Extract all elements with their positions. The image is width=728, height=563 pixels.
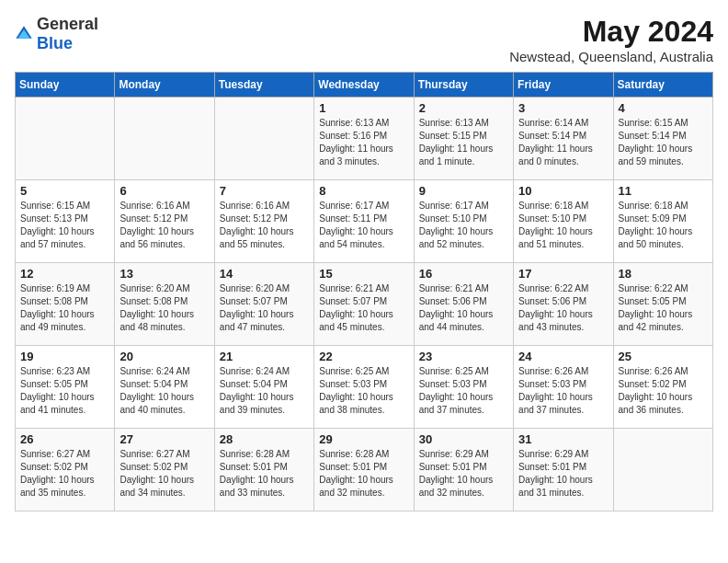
calendar-cell: 19Sunrise: 6:23 AM Sunset: 5:05 PM Dayli… — [16, 346, 115, 429]
day-number: 3 — [518, 101, 608, 115]
calendar-cell: 29Sunrise: 6:28 AM Sunset: 5:01 PM Dayli… — [314, 429, 414, 511]
day-number: 5 — [20, 184, 109, 198]
title-block: May 2024 Newstead, Queensland, Australia — [509, 15, 713, 64]
weekday-header-friday: Friday — [514, 73, 613, 98]
day-info: Sunrise: 6:23 AM Sunset: 5:05 PM Dayligh… — [20, 365, 109, 417]
calendar-cell — [613, 429, 712, 511]
calendar-cell: 23Sunrise: 6:25 AM Sunset: 5:03 PM Dayli… — [414, 346, 513, 429]
calendar-cell: 9Sunrise: 6:17 AM Sunset: 5:10 PM Daylig… — [414, 180, 513, 263]
day-number: 12 — [20, 267, 109, 281]
day-info: Sunrise: 6:25 AM Sunset: 5:03 PM Dayligh… — [419, 365, 508, 417]
day-info: Sunrise: 6:13 AM Sunset: 5:15 PM Dayligh… — [419, 117, 508, 168]
calendar-cell: 2Sunrise: 6:13 AM Sunset: 5:15 PM Daylig… — [414, 98, 513, 180]
day-number: 28 — [220, 432, 309, 446]
calendar-cell — [16, 98, 115, 180]
calendar-table: SundayMondayTuesdayWednesdayThursdayFrid… — [15, 72, 713, 511]
day-info: Sunrise: 6:19 AM Sunset: 5:08 PM Dayligh… — [20, 282, 109, 334]
day-number: 4 — [619, 101, 708, 115]
day-info: Sunrise: 6:26 AM Sunset: 5:02 PM Dayligh… — [619, 365, 708, 417]
logo-blue-text: Blue — [37, 34, 73, 52]
calendar-body: 1Sunrise: 6:13 AM Sunset: 5:16 PM Daylig… — [16, 98, 713, 511]
day-info: Sunrise: 6:29 AM Sunset: 5:01 PM Dayligh… — [518, 448, 608, 500]
calendar-cell — [214, 98, 313, 180]
day-number: 24 — [518, 350, 608, 363]
day-number: 25 — [619, 350, 708, 363]
logo: General Blue — [15, 15, 98, 53]
day-number: 21 — [220, 350, 309, 363]
calendar-cell: 21Sunrise: 6:24 AM Sunset: 5:04 PM Dayli… — [214, 346, 313, 429]
calendar-cell: 5Sunrise: 6:15 AM Sunset: 5:13 PM Daylig… — [16, 180, 115, 263]
day-info: Sunrise: 6:24 AM Sunset: 5:04 PM Dayligh… — [220, 365, 309, 417]
page-header: General Blue May 2024 Newstead, Queensla… — [15, 15, 713, 64]
day-number: 17 — [518, 267, 608, 281]
calendar-cell: 18Sunrise: 6:22 AM Sunset: 5:05 PM Dayli… — [613, 263, 712, 346]
calendar-cell: 24Sunrise: 6:26 AM Sunset: 5:03 PM Dayli… — [514, 346, 613, 429]
day-info: Sunrise: 6:16 AM Sunset: 5:12 PM Dayligh… — [119, 200, 209, 251]
calendar-week-row: 26Sunrise: 6:27 AM Sunset: 5:02 PM Dayli… — [16, 429, 713, 511]
calendar-cell: 3Sunrise: 6:14 AM Sunset: 5:14 PM Daylig… — [514, 98, 613, 180]
calendar-cell: 1Sunrise: 6:13 AM Sunset: 5:16 PM Daylig… — [314, 98, 414, 180]
day-number: 26 — [20, 432, 109, 446]
calendar-cell: 30Sunrise: 6:29 AM Sunset: 5:01 PM Dayli… — [414, 429, 513, 511]
day-info: Sunrise: 6:14 AM Sunset: 5:14 PM Dayligh… — [518, 117, 608, 168]
day-info: Sunrise: 6:16 AM Sunset: 5:12 PM Dayligh… — [220, 200, 309, 251]
day-number: 15 — [319, 267, 408, 281]
day-number: 13 — [119, 267, 209, 281]
location-title: Newstead, Queensland, Australia — [509, 49, 713, 64]
day-number: 27 — [119, 432, 209, 446]
calendar-cell — [115, 98, 214, 180]
calendar-cell: 8Sunrise: 6:17 AM Sunset: 5:11 PM Daylig… — [314, 180, 414, 263]
calendar-cell: 10Sunrise: 6:18 AM Sunset: 5:10 PM Dayli… — [514, 180, 613, 263]
month-title: May 2024 — [509, 15, 713, 49]
day-info: Sunrise: 6:27 AM Sunset: 5:02 PM Dayligh… — [20, 448, 109, 500]
calendar-cell: 11Sunrise: 6:18 AM Sunset: 5:09 PM Dayli… — [613, 180, 712, 263]
weekday-header-sunday: Sunday — [16, 73, 115, 98]
day-info: Sunrise: 6:28 AM Sunset: 5:01 PM Dayligh… — [319, 448, 408, 500]
calendar-cell: 14Sunrise: 6:20 AM Sunset: 5:07 PM Dayli… — [214, 263, 313, 346]
day-number: 6 — [119, 184, 209, 198]
day-info: Sunrise: 6:20 AM Sunset: 5:07 PM Dayligh… — [220, 282, 309, 334]
day-info: Sunrise: 6:18 AM Sunset: 5:10 PM Dayligh… — [518, 200, 608, 251]
day-number: 20 — [119, 350, 209, 363]
day-number: 30 — [419, 432, 508, 446]
day-number: 10 — [518, 184, 608, 198]
calendar-cell: 4Sunrise: 6:15 AM Sunset: 5:14 PM Daylig… — [613, 98, 712, 180]
day-info: Sunrise: 6:27 AM Sunset: 5:02 PM Dayligh… — [119, 448, 209, 500]
calendar-cell: 25Sunrise: 6:26 AM Sunset: 5:02 PM Dayli… — [613, 346, 712, 429]
calendar-week-row: 12Sunrise: 6:19 AM Sunset: 5:08 PM Dayli… — [16, 263, 713, 346]
weekday-header-saturday: Saturday — [613, 73, 712, 98]
day-info: Sunrise: 6:17 AM Sunset: 5:11 PM Dayligh… — [319, 200, 408, 251]
day-number: 23 — [419, 350, 508, 363]
calendar-week-row: 19Sunrise: 6:23 AM Sunset: 5:05 PM Dayli… — [16, 346, 713, 429]
day-info: Sunrise: 6:15 AM Sunset: 5:14 PM Dayligh… — [619, 117, 708, 168]
logo-general-text: General — [37, 15, 98, 33]
weekday-header-row: SundayMondayTuesdayWednesdayThursdayFrid… — [16, 73, 713, 98]
day-number: 11 — [619, 184, 708, 198]
day-number: 14 — [220, 267, 309, 281]
day-number: 9 — [419, 184, 508, 198]
calendar-cell: 28Sunrise: 6:28 AM Sunset: 5:01 PM Dayli… — [214, 429, 313, 511]
day-number: 16 — [419, 267, 508, 281]
calendar-cell: 7Sunrise: 6:16 AM Sunset: 5:12 PM Daylig… — [214, 180, 313, 263]
day-number: 7 — [220, 184, 309, 198]
day-info: Sunrise: 6:20 AM Sunset: 5:08 PM Dayligh… — [119, 282, 209, 334]
calendar-cell: 16Sunrise: 6:21 AM Sunset: 5:06 PM Dayli… — [414, 263, 513, 346]
calendar-cell: 20Sunrise: 6:24 AM Sunset: 5:04 PM Dayli… — [115, 346, 214, 429]
calendar-week-row: 5Sunrise: 6:15 AM Sunset: 5:13 PM Daylig… — [16, 180, 713, 263]
day-info: Sunrise: 6:22 AM Sunset: 5:05 PM Dayligh… — [619, 282, 708, 334]
weekday-header-tuesday: Tuesday — [214, 73, 313, 98]
day-info: Sunrise: 6:18 AM Sunset: 5:09 PM Dayligh… — [619, 200, 708, 251]
weekday-header-thursday: Thursday — [414, 73, 513, 98]
day-number: 2 — [419, 101, 508, 115]
calendar-cell: 27Sunrise: 6:27 AM Sunset: 5:02 PM Dayli… — [115, 429, 214, 511]
day-info: Sunrise: 6:15 AM Sunset: 5:13 PM Dayligh… — [20, 200, 109, 251]
day-number: 18 — [619, 267, 708, 281]
day-info: Sunrise: 6:26 AM Sunset: 5:03 PM Dayligh… — [518, 365, 608, 417]
day-number: 31 — [518, 432, 608, 446]
calendar-cell: 17Sunrise: 6:22 AM Sunset: 5:06 PM Dayli… — [514, 263, 613, 346]
day-info: Sunrise: 6:25 AM Sunset: 5:03 PM Dayligh… — [319, 365, 408, 417]
day-info: Sunrise: 6:29 AM Sunset: 5:01 PM Dayligh… — [419, 448, 508, 500]
logo-icon — [15, 25, 33, 43]
day-number: 1 — [319, 101, 408, 115]
weekday-header-wednesday: Wednesday — [314, 73, 414, 98]
